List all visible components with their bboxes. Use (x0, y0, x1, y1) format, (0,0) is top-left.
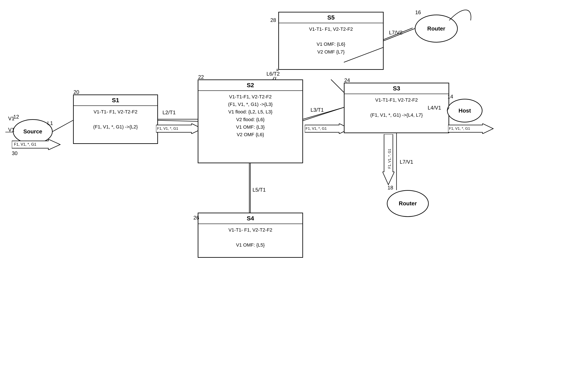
source-label: Source (23, 128, 42, 135)
s5-line2: V1 OMF: {L6} (281, 40, 381, 48)
router16-id: 16 (415, 10, 421, 15)
packet-arrow-vertical: F1, V1, *, G1 (383, 134, 394, 187)
s2-line4: V2 flood: {L6} (200, 116, 301, 123)
v1-top-label: V1 (8, 115, 14, 122)
s5-node: S5 V1-T1- F1, V2-T2-F2 V1 OMF: {L6} V2 O… (278, 12, 384, 70)
s2-line2: (F1, V1, *, G1) ->{L3} (200, 101, 301, 108)
s3-id: 24 (344, 77, 350, 83)
l3t1-label: L3/T1 (311, 107, 324, 113)
l1-label: L1 (47, 120, 53, 126)
ref30-label: 30 (12, 150, 18, 156)
l7v1-label: L7/V1 (400, 159, 413, 165)
host-node: Host (447, 99, 483, 123)
l4v1-label: L4/V1 (428, 105, 441, 111)
router18-label: Router (399, 200, 417, 207)
s2-line5: V1 OMF: {L3} (200, 123, 301, 131)
s1-line2: (F1, V1, *, G1) ->{L2} (75, 123, 156, 131)
svg-text:F1, V1, *, G1: F1, V1, *, G1 (449, 126, 470, 131)
s2-line6: V2 OMF {L6} (200, 131, 301, 138)
s4-node: S4 V1-T1- F1, V2-T2-F2 V1 OMF: {L5} (198, 213, 303, 258)
s4-body: V1-T1- F1, V2-T2-F2 V1 OMF: {L5} (198, 224, 302, 251)
l2t1-label: L2/T1 (162, 110, 176, 115)
svg-line-26 (331, 80, 344, 92)
l6t2-label: L6/T2 (266, 71, 281, 77)
s5-title: S5 (279, 12, 383, 23)
router16-label: Router (427, 25, 445, 32)
s4-title: S4 (198, 213, 302, 224)
network-diagram: Source 12 V1 V1 L1 F1, V1, *, G1 30 S1 V… (0, 0, 588, 369)
s1-node: S1 V1-T1- F1, V2-T2-F2 (F1, V1, *, G1) -… (73, 94, 158, 144)
s5-body: V1-T1- F1, V2-T2-F2 V1 OMF: {L6} V2 OMF … (279, 23, 383, 58)
s1-id: 20 (74, 89, 79, 95)
svg-line-1 (155, 120, 198, 121)
s5-id: 28 (270, 17, 276, 23)
s5-line3: V2 OMF {L7} (281, 48, 381, 56)
router18-node: Router (387, 190, 429, 217)
svg-text:F1, V1, *, G1: F1, V1, *, G1 (306, 126, 327, 131)
s1-title: S1 (74, 95, 157, 106)
s2-body: V1-T1-F1, V2-T2-F2 (F1, V1, *, G1) ->{L3… (198, 91, 302, 141)
router16-node: Router (415, 15, 458, 42)
svg-text:F1, V1, *, G1: F1, V1, *, G1 (388, 149, 391, 169)
s5-line1: V1-T1- F1, V2-T2-F2 (281, 25, 381, 33)
s2-title: S2 (198, 80, 302, 91)
svg-line-0 (52, 120, 73, 132)
s3-line1: V1-T1-F1, V2-T2-F2 (346, 96, 447, 104)
s2-line1: V1-T1-F1, V2-T2-F2 (200, 93, 301, 101)
s1-body: V1-T1- F1, V2-T2-F2 (F1, V1, *, G1) ->{L… (74, 106, 157, 133)
s2-line3: V1 flood: {L2, L5, L3} (200, 108, 301, 115)
svg-text:F1, V1, *, G1: F1, V1, *, G1 (14, 142, 36, 146)
s3-title: S3 (345, 83, 449, 94)
s2-id: 22 (198, 74, 204, 80)
packet-arrow-s1s2: F1, V1, *, G1 (156, 123, 203, 135)
s4-line1: V1-T1- F1, V2-T2-F2 (200, 226, 301, 234)
s1-line1: V1-T1- F1, V2-T2-F2 (75, 108, 156, 115)
svg-text:F1, V1, *, G1: F1, V1, *, G1 (157, 126, 178, 131)
packet-arrow-source: F1, V1, *, G1 (12, 139, 61, 151)
packet-arrow-s3host: F1, V1, *, G1 (448, 123, 494, 135)
l7v2-label: L7/V2 (389, 30, 402, 36)
v1-bottom-label: V1 (8, 127, 14, 133)
l5t1-label: L5/T1 (252, 187, 266, 193)
host-id: 14 (447, 94, 453, 100)
s3-line2: (F1, V1, *, G1) ->{L4, L7} (346, 111, 447, 119)
s2-node: S2 V1-T1-F1, V2-T2-F2 (F1, V1, *, G1) ->… (198, 80, 303, 163)
host-label: Host (459, 107, 471, 114)
s4-line2: V1 OMF: {L5} (200, 241, 301, 249)
s4-id: 26 (193, 215, 199, 221)
